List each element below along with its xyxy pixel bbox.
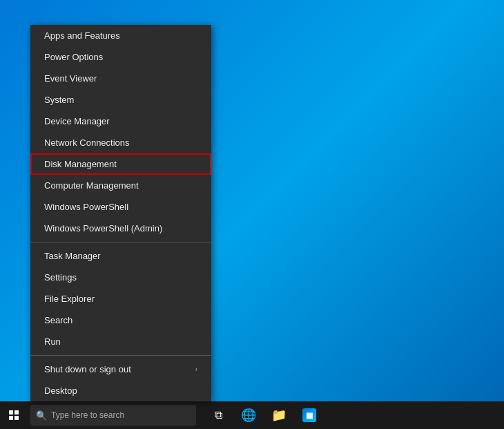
menu-item-label-device-manager: Device Manager [44, 116, 110, 126]
windows-logo-icon [9, 410, 19, 420]
menu-item-power-options[interactable]: Power Options [30, 46, 211, 68]
menu-item-label-windows-powershell-admin: Windows PowerShell (Admin) [44, 223, 162, 233]
edge-icon: 🌐 [241, 408, 256, 423]
taskbar-icons: ⧉ 🌐 📁 ▦ [204, 401, 323, 429]
menu-item-label-disk-management: Disk Management [44, 159, 117, 169]
menu-item-system[interactable]: System [30, 89, 211, 111]
menu-item-event-viewer[interactable]: Event Viewer [30, 68, 211, 89]
menu-item-search[interactable]: Search [30, 309, 211, 331]
store-icon: ▦ [302, 408, 316, 422]
menu-item-label-power-options: Power Options [44, 52, 103, 62]
chevron-right-icon: › [195, 365, 197, 373]
menu-item-label-windows-powershell: Windows PowerShell [44, 202, 128, 212]
file-explorer-button[interactable]: 📁 [265, 401, 293, 429]
store-button[interactable]: ▦ [295, 401, 323, 429]
menu-item-label-network-connections: Network Connections [44, 137, 130, 148]
search-icon: 🔍 [36, 410, 47, 421]
desktop: Apps and FeaturesPower OptionsEvent View… [0, 0, 504, 429]
context-menu: Apps and FeaturesPower OptionsEvent View… [30, 25, 211, 401]
menu-item-network-connections[interactable]: Network Connections [30, 132, 211, 153]
menu-item-label-event-viewer: Event Viewer [44, 73, 97, 84]
menu-item-label-search: Search [44, 315, 72, 325]
taskbar: 🔍 Type here to search ⧉ 🌐 📁 ▦ [0, 401, 504, 429]
task-view-button[interactable]: ⧉ [204, 401, 232, 429]
menu-item-label-computer-management: Computer Management [44, 180, 139, 191]
menu-divider [30, 355, 211, 356]
search-placeholder: Type here to search [51, 410, 124, 420]
edge-browser-button[interactable]: 🌐 [235, 401, 262, 429]
menu-item-apps-and-features[interactable]: Apps and Features [30, 25, 211, 46]
menu-item-label-task-manager: Task Manager [44, 251, 101, 261]
menu-item-file-explorer[interactable]: File Explorer [30, 288, 211, 309]
menu-item-desktop[interactable]: Desktop [30, 380, 211, 401]
menu-item-label-settings: Settings [44, 272, 77, 283]
menu-item-label-system: System [44, 95, 74, 105]
menu-item-disk-management[interactable]: Disk Management [30, 153, 211, 175]
menu-item-label-apps-and-features: Apps and Features [44, 30, 120, 41]
menu-item-label-file-explorer: File Explorer [44, 294, 95, 304]
menu-item-computer-management[interactable]: Computer Management [30, 175, 211, 196]
start-button[interactable] [0, 401, 28, 429]
menu-item-settings[interactable]: Settings [30, 267, 211, 288]
menu-item-label-run: Run [44, 336, 61, 347]
menu-item-run[interactable]: Run [30, 331, 211, 352]
folder-icon: 📁 [271, 408, 287, 423]
menu-item-windows-powershell[interactable]: Windows PowerShell [30, 196, 211, 218]
menu-divider [30, 242, 211, 242]
menu-item-label-shut-down-or-sign-out: Shut down or sign out [44, 364, 131, 374]
menu-item-label-desktop: Desktop [44, 385, 77, 396]
task-view-icon: ⧉ [215, 409, 222, 421]
menu-item-device-manager[interactable]: Device Manager [30, 111, 211, 132]
taskbar-search[interactable]: 🔍 Type here to search [30, 405, 196, 426]
menu-item-windows-powershell-admin[interactable]: Windows PowerShell (Admin) [30, 218, 211, 239]
menu-item-task-manager[interactable]: Task Manager [30, 245, 211, 267]
menu-item-shut-down-or-sign-out[interactable]: Shut down or sign out› [30, 359, 211, 380]
